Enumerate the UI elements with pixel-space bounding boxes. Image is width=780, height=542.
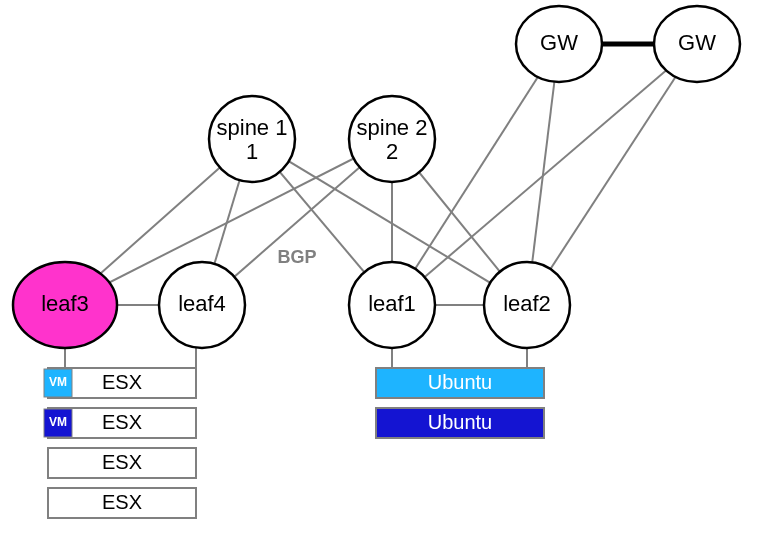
host-box-label-5: Ubuntu xyxy=(428,411,493,433)
host-box-label-4: Ubuntu xyxy=(428,371,493,393)
host-box-1[interactable]: ESXVM xyxy=(44,408,196,438)
node-label-leaf3: leaf3 xyxy=(41,291,89,316)
topology-canvas: spine 11spine 22GWGWleaf3leaf4leaf1leaf2… xyxy=(0,0,780,542)
node-label-leaf2: leaf2 xyxy=(503,291,551,316)
node-spine2[interactable]: spine 22 xyxy=(349,96,435,182)
host-box-label-3: ESX xyxy=(102,491,142,513)
host-box-label-1: ESX xyxy=(102,411,142,433)
node-label-spine1-line2: 1 xyxy=(246,139,258,164)
host-box-3[interactable]: ESX xyxy=(48,488,196,518)
node-label-spine2-line2: 2 xyxy=(386,139,398,164)
node-label-gw2: GW xyxy=(678,30,716,55)
vm-badge-text-1: VM xyxy=(49,415,67,429)
host-box-label-0: ESX xyxy=(102,371,142,393)
node-gw1[interactable]: GW xyxy=(516,6,602,82)
node-label-spine1-line1: spine 1 xyxy=(217,115,288,140)
node-label-gw1: GW xyxy=(540,30,578,55)
node-leaf2[interactable]: leaf2 xyxy=(484,262,570,348)
node-leaf3[interactable]: leaf3 xyxy=(13,262,117,348)
host-box-0[interactable]: ESXVM xyxy=(44,368,196,398)
node-gw2[interactable]: GW xyxy=(654,6,740,82)
node-label-leaf4: leaf4 xyxy=(178,291,226,316)
host-box-label-2: ESX xyxy=(102,451,142,473)
hosts-layer: ESXVMESXVMESXESXUbuntuUbuntu xyxy=(44,368,544,518)
node-leaf1[interactable]: leaf1 xyxy=(349,262,435,348)
nodes-layer: spine 11spine 22GWGWleaf3leaf4leaf1leaf2 xyxy=(13,6,740,348)
link-gw2-leaf2 xyxy=(527,44,697,305)
host-box-5[interactable]: Ubuntu xyxy=(376,408,544,438)
node-leaf4[interactable]: leaf4 xyxy=(159,262,245,348)
node-label-leaf1: leaf1 xyxy=(368,291,416,316)
node-label-spine2-line1: spine 2 xyxy=(357,115,428,140)
host-box-4[interactable]: Ubuntu xyxy=(376,368,544,398)
edge-label-bgp: BGP xyxy=(277,247,316,267)
host-box-2[interactable]: ESX xyxy=(48,448,196,478)
node-spine1[interactable]: spine 11 xyxy=(209,96,295,182)
vm-badge-text-0: VM xyxy=(49,375,67,389)
